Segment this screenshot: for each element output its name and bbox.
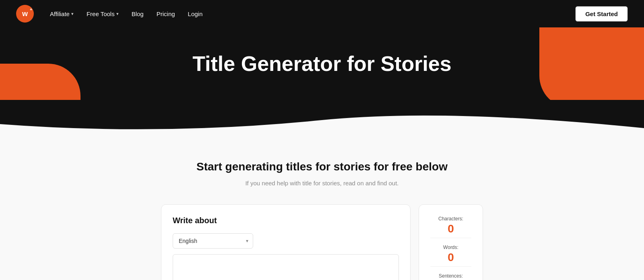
logo-sup: + — [30, 7, 32, 12]
chevron-down-icon: ▾ — [71, 11, 74, 17]
section-heading: Start generating titles for stories for … — [8, 160, 636, 173]
nav-links: Affiliate ▾ Free Tools ▾ Blog Pricing Lo… — [50, 10, 575, 17]
nav-link-affiliate[interactable]: Affiliate ▾ — [50, 10, 74, 17]
hero-wave — [0, 100, 644, 136]
hero-section: Title Generator for Stories — [0, 27, 644, 136]
characters-value: 0 — [430, 223, 471, 234]
nav-link-pricing[interactable]: Pricing — [157, 10, 175, 17]
content-section: Start generating titles for stories for … — [0, 136, 644, 280]
navbar: w+ Affiliate ▾ Free Tools ▾ Blog Pricing… — [0, 0, 644, 27]
nav-link-free-tools[interactable]: Free Tools ▾ — [87, 10, 119, 17]
nav-link-blog[interactable]: Blog — [132, 10, 144, 17]
logo-text: w — [22, 10, 28, 18]
words-value: 0 — [430, 252, 471, 263]
sentences-stat: Sentences: 0 — [430, 270, 471, 280]
words-stat: Words: 0 — [430, 241, 471, 267]
language-select[interactable]: English Spanish French German Portuguese — [173, 233, 253, 249]
section-subtitle: If you need help with title for stories,… — [8, 180, 636, 187]
logo[interactable]: w+ — [16, 5, 34, 23]
sentences-label: Sentences: — [430, 273, 471, 279]
main-card: Write about English Spanish French Germa… — [161, 204, 411, 280]
form-section: Write about English Spanish French Germa… — [80, 204, 564, 280]
characters-stat: Characters: 0 — [430, 213, 471, 238]
write-about-textarea[interactable] — [173, 254, 399, 280]
chevron-down-icon: ▾ — [116, 11, 119, 17]
stats-card: Characters: 0 Words: 0 Sentences: 0 — [419, 204, 483, 280]
language-select-wrapper: English Spanish French German Portuguese… — [173, 233, 253, 249]
hero-title: Title Generator for Stories — [0, 52, 644, 100]
get-started-button[interactable]: Get Started — [575, 6, 628, 22]
nav-link-login[interactable]: Login — [188, 10, 203, 17]
characters-label: Characters: — [430, 216, 471, 222]
words-label: Words: — [430, 245, 471, 250]
card-title: Write about — [173, 216, 399, 225]
